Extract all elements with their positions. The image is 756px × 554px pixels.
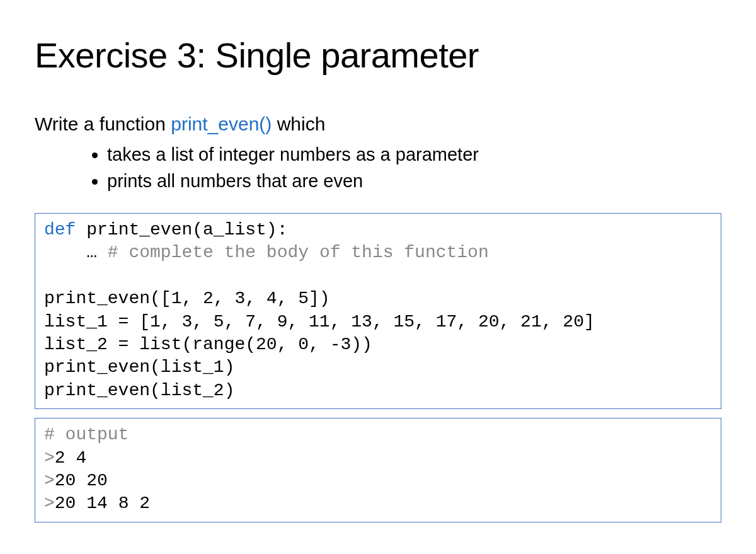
code-text: print_even(list_1) (44, 357, 234, 377)
intro-prefix: Write a function (35, 113, 171, 134)
intro-line: Write a function print_even() which (35, 113, 721, 135)
code-box-source: def print_even(a_list): … # complete the… (35, 213, 721, 409)
output-prompt: > (44, 471, 55, 490)
code-box-output: # output >2 4 >20 20 >20 14 8 2 (35, 418, 721, 522)
output-text: 20 20 (55, 471, 108, 490)
bullet-list: takes a list of integer numbers as a par… (35, 141, 721, 194)
code-comment: # complete the body of this function (108, 243, 489, 262)
code-text: list_1 = [1, 3, 5, 7, 9, 11, 13, 15, 17,… (44, 312, 595, 332)
output-text: 20 14 8 2 (55, 493, 150, 513)
function-name: print_even() (171, 113, 272, 134)
code-text: list_2 = list(range(20, 0, -3)) (44, 335, 372, 354)
slide-title: Exercise 3: Single parameter (35, 35, 721, 76)
output-prompt: > (44, 493, 55, 513)
keyword-def: def (44, 220, 76, 239)
list-item: takes a list of integer numbers as a par… (107, 141, 721, 168)
code-indent: … (44, 243, 108, 262)
code-text: print_even(list_2) (44, 381, 234, 400)
output-prompt: > (44, 448, 55, 468)
intro-suffix: which (272, 113, 325, 134)
list-item: prints all numbers that are even (107, 168, 721, 194)
code-text: print_even(a_list): (76, 220, 287, 239)
output-comment: # output (44, 425, 129, 444)
output-text: 2 4 (55, 448, 86, 468)
code-text: print_even([1, 2, 3, 4, 5]) (44, 289, 330, 308)
